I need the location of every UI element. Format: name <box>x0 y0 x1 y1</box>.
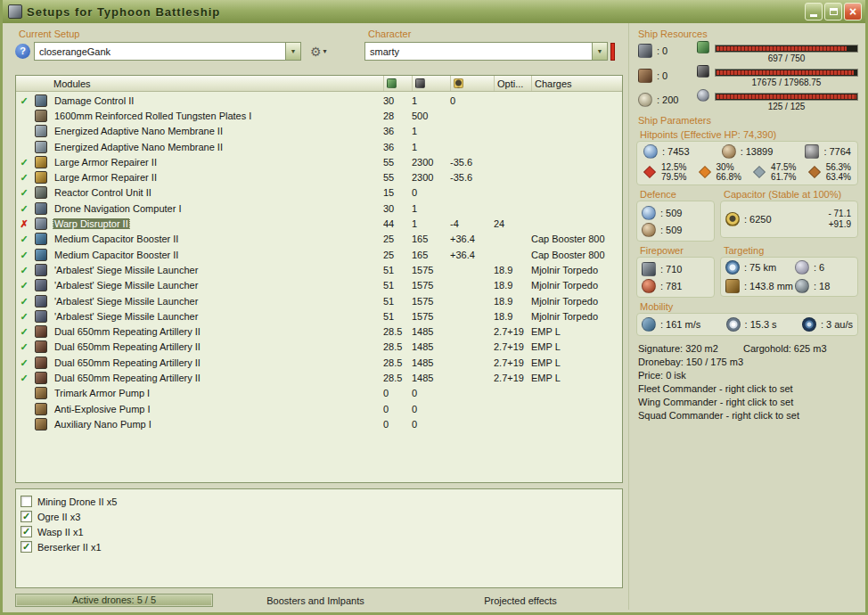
shield-resist-value: 30% <box>717 162 741 172</box>
module-powergrid: 1575 <box>412 311 450 322</box>
shield-icon <box>643 144 658 159</box>
cpu-column-header[interactable] <box>383 76 412 91</box>
module-row[interactable]: 1600mm Reinforced Rolled Tungsten Plates… <box>16 108 622 123</box>
drone-item[interactable]: Mining Drone II x5 <box>20 494 618 509</box>
powergrid-column-header[interactable] <box>412 76 450 91</box>
module-row[interactable]: ✓Medium Capacitor Booster II25165+36.4Ca… <box>16 247 622 262</box>
module-name: Dual 650mm Repeating Artillery II <box>53 373 202 383</box>
module-row[interactable]: Auxiliary Nano Pump I00 <box>16 416 622 431</box>
module-row[interactable]: Energized Adaptive Nano Membrane II361 <box>16 139 622 154</box>
module-online-check-icon: ✓ <box>16 233 32 245</box>
character-combo-value: smarty <box>365 46 592 57</box>
module-powergrid: 1575 <box>412 296 450 307</box>
max-targets-icon <box>795 260 809 275</box>
title-bar[interactable]: Setups for Typhoon Battleship × <box>3 0 865 23</box>
module-powergrid: 2300 <box>412 172 450 183</box>
current-setup-label: Current Setup <box>19 29 364 39</box>
minimize-button[interactable] <box>805 3 823 20</box>
firepower-value: : 781 <box>660 281 682 291</box>
module-offline-cross-icon: ✗ <box>16 217 32 230</box>
help-icon[interactable]: ? <box>15 44 30 59</box>
artillery-icon <box>35 325 47 338</box>
speed-icon <box>642 317 656 332</box>
module-name: Auxiliary Nano Pump I <box>53 419 153 430</box>
drone-checkbox[interactable]: ✓ <box>20 541 32 553</box>
info-line: Dronebay: 150 / 175 m3 <box>638 356 858 369</box>
drone-checkbox[interactable]: ✓ <box>20 526 32 537</box>
module-powergrid: 0 <box>412 404 450 414</box>
module-row[interactable]: ✓Large Armor Repairer II552300-35.6 <box>16 169 622 184</box>
chevron-down-icon[interactable]: ▼ <box>285 43 300 60</box>
drone-item[interactable]: ✓Wasp II x1 <box>20 524 618 539</box>
window-controls: × <box>803 3 862 20</box>
targeting-label: Targeting <box>724 245 858 256</box>
module-row[interactable]: Anti-Explosive Pump I00 <box>16 401 622 416</box>
targeting-value: : 75 km <box>744 262 776 273</box>
module-optimal: 2.7+19 <box>494 341 531 352</box>
module-row[interactable]: ✓Large Armor Repairer II552300-35.6 <box>16 154 622 169</box>
chevron-down-icon[interactable]: ▼ <box>592 43 607 60</box>
module-cpu: 28 <box>383 111 412 121</box>
module-powergrid: 0 <box>412 388 450 398</box>
rig-icon <box>35 418 47 430</box>
setup-tools-button[interactable]: ⚙ ▾ <box>307 44 331 60</box>
module-row[interactable]: Trimark Armor Pump I00 <box>16 386 622 401</box>
module-name: Energized Adaptive Nano Membrane II <box>53 126 225 136</box>
module-row[interactable]: ✓'Arbalest' Siege Missile Launcher511575… <box>16 293 622 308</box>
armor-repairer-icon <box>35 156 47 168</box>
modules-column-header[interactable]: Modules <box>50 76 383 91</box>
rig-icon <box>35 387 47 399</box>
module-optimal: 24 <box>494 218 531 229</box>
module-cpu: 0 <box>383 419 412 430</box>
module-row[interactable]: ✓'Arbalest' Siege Missile Launcher511575… <box>16 262 622 277</box>
opti-column-header[interactable]: Opti... <box>494 76 531 91</box>
drone-item[interactable]: ✓Ogre II x3 <box>20 509 618 524</box>
firepower-value: : 710 <box>660 264 682 275</box>
module-powergrid: 1485 <box>412 373 450 383</box>
close-button[interactable]: × <box>844 3 862 20</box>
projected-effects-section-header[interactable]: Projected effects <box>418 595 623 606</box>
capacitor-box: : 6250 - 71.1 +91.9 <box>720 201 858 238</box>
module-name: Anti-Explosive Pump I <box>53 404 152 414</box>
module-row[interactable]: ✓Dual 650mm Repeating Artillery II28.514… <box>16 355 622 370</box>
setup-combo[interactable]: closerangeGank ▼ <box>34 42 301 61</box>
module-row[interactable]: ✓Reactor Control Unit II150 <box>16 185 622 201</box>
module-optimal: 2.7+19 <box>494 326 531 337</box>
module-row[interactable]: ✓Medium Capacitor Booster II25165+36.4Ca… <box>16 232 622 247</box>
drone-item[interactable]: ✓Berserker II x1 <box>20 539 618 554</box>
active-drones-bar[interactable]: Active drones: 5 / 5 <box>15 594 213 607</box>
drone-checkbox[interactable]: ✓ <box>20 511 32 522</box>
drone-label: Berserker II x1 <box>37 542 102 553</box>
maximize-button[interactable] <box>824 3 842 20</box>
boosters-section-header[interactable]: Boosters and Imlpants <box>213 595 418 606</box>
module-capacitor: -4 <box>450 218 494 229</box>
module-online-check-icon: ✓ <box>16 310 32 323</box>
armor-plate-icon <box>35 110 47 122</box>
module-row[interactable]: ✓'Arbalest' Siege Missile Launcher511575… <box>16 308 622 324</box>
module-powergrid: 1 <box>412 142 450 152</box>
module-row[interactable]: ✓Dual 650mm Repeating Artillery II28.514… <box>16 370 622 385</box>
module-row[interactable]: ✓Drone Navigation Computer I301 <box>16 201 622 216</box>
close-icon: × <box>849 5 856 18</box>
module-row[interactable]: ✗Warp Disruptor II441-424 <box>16 216 622 231</box>
module-charge: EMP L <box>531 357 622 368</box>
module-capacitor: 0 <box>450 95 494 106</box>
module-name: 'Arbalest' Siege Missile Launcher <box>53 280 200 291</box>
drone-navigation-icon <box>35 202 47 215</box>
module-row[interactable]: Energized Adaptive Nano Membrane II361 <box>16 124 622 139</box>
maximize-icon <box>830 8 838 15</box>
cap-booster-icon <box>35 249 47 261</box>
module-cpu: 36 <box>383 126 412 136</box>
align-time-icon <box>726 317 741 332</box>
minimize-icon <box>810 14 817 17</box>
module-row[interactable]: ✓Dual 650mm Repeating Artillery II28.514… <box>16 340 622 355</box>
drone-checkbox[interactable] <box>20 496 32 507</box>
character-combo[interactable]: smarty ▼ <box>364 42 608 61</box>
module-row[interactable]: ✓Damage Control II3010 <box>16 93 622 108</box>
missile-launcher-icon <box>35 279 47 291</box>
module-row[interactable]: ✓'Arbalest' Siege Missile Launcher511575… <box>16 278 622 293</box>
sensor-strength-icon <box>795 279 809 293</box>
capacitor-column-header[interactable] <box>450 76 494 91</box>
module-row[interactable]: ✓Dual 650mm Repeating Artillery II28.514… <box>16 324 622 339</box>
charges-column-header[interactable]: Charges <box>531 76 622 91</box>
